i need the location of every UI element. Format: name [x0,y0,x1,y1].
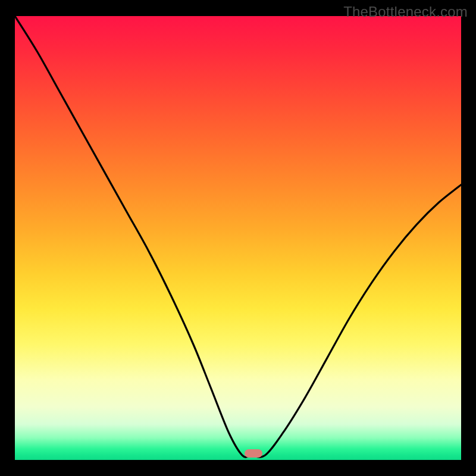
curve-path [15,16,461,457]
bottleneck-curve [15,16,461,460]
plot-area [15,16,461,460]
minimum-marker [245,449,262,458]
chart-frame: TheBottleneck.com [0,0,476,476]
watermark-text: TheBottleneck.com [343,4,468,20]
